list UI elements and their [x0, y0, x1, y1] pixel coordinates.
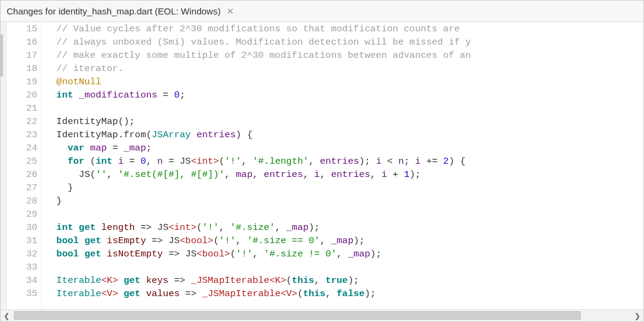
code-line[interactable]: // iterator.: [45, 62, 643, 75]
code-line[interactable]: int get length => JS<int>('!', '#.size',…: [45, 221, 643, 234]
code-line[interactable]: JS('', '#.set(#[#], #[#])', map, entries…: [45, 168, 643, 181]
line-number: 29: [7, 208, 37, 221]
code-line[interactable]: Iterable<K> get keys => _JSMapIterable<K…: [45, 274, 643, 287]
line-number: 27: [7, 181, 37, 194]
code-line[interactable]: Iterable<V> get values => _JSMapIterable…: [45, 287, 643, 300]
scrollbar-track[interactable]: [14, 310, 630, 322]
code-line[interactable]: bool get isEmpty => JS<bool>('!', '#.siz…: [45, 234, 643, 247]
code-line[interactable]: [45, 261, 643, 274]
diff-window: Changes for identity_hash_map.dart (EOL:…: [0, 0, 644, 322]
line-number: 28: [7, 194, 37, 208]
tab-title: Changes for identity_hash_map.dart (EOL:…: [7, 6, 220, 16]
code-line[interactable]: IdentityMap.from(JSArray entries) {: [45, 128, 643, 141]
line-number: 32: [7, 247, 37, 261]
editor-area: 1516171819202122232425262728293031323334…: [1, 22, 643, 309]
line-number: 17: [7, 49, 37, 62]
line-number: 34: [7, 274, 37, 287]
line-number: 26: [7, 168, 37, 181]
scroll-left-icon[interactable]: ❮: [1, 310, 13, 322]
code-line[interactable]: // make exactly some multiple of 2^30 mo…: [45, 49, 643, 62]
code-line[interactable]: [45, 208, 643, 221]
line-number: 25: [7, 155, 37, 168]
line-number: 18: [7, 62, 37, 75]
diff-change-marker[interactable]: [1, 34, 3, 76]
line-number: 23: [7, 128, 37, 141]
line-number: 20: [7, 88, 37, 102]
code-content[interactable]: // Value cycles after 2^30 modifications…: [42, 22, 643, 309]
close-icon[interactable]: ✕: [227, 6, 234, 17]
line-number: 24: [7, 141, 37, 155]
line-number: 30: [7, 221, 37, 234]
code-line[interactable]: // always unboxed (Smi) values. Modifica…: [45, 36, 643, 49]
line-number: 19: [7, 75, 37, 88]
code-line[interactable]: IdentityMap();: [45, 115, 643, 128]
scrollbar-thumb[interactable]: [14, 311, 581, 320]
line-number-gutter: 1516171819202122232425262728293031323334…: [7, 22, 42, 309]
code-line[interactable]: @notNull: [45, 75, 643, 88]
tab-bar: Changes for identity_hash_map.dart (EOL:…: [1, 1, 643, 22]
code-line[interactable]: var map = _map;: [45, 141, 643, 155]
code-line[interactable]: // Value cycles after 2^30 modifications…: [45, 22, 643, 36]
line-number: 21: [7, 102, 37, 115]
diff-overview-gutter[interactable]: [1, 22, 7, 309]
code-line[interactable]: }: [45, 181, 643, 194]
line-number: 33: [7, 261, 37, 274]
code-line[interactable]: [45, 102, 643, 115]
code-line[interactable]: }: [45, 194, 643, 208]
code-editor[interactable]: 1516171819202122232425262728293031323334…: [7, 22, 643, 309]
code-line[interactable]: int _modifications = 0;: [45, 88, 643, 102]
line-number: 16: [7, 36, 37, 49]
line-number: 35: [7, 287, 37, 300]
line-number: 22: [7, 115, 37, 128]
tab-changes[interactable]: Changes for identity_hash_map.dart (EOL:…: [3, 1, 238, 22]
line-number: 31: [7, 234, 37, 247]
scroll-right-icon[interactable]: ❯: [631, 310, 643, 322]
code-line[interactable]: bool get isNotEmpty => JS<bool>('!', '#.…: [45, 247, 643, 261]
code-line[interactable]: for (int i = 0, n = JS<int>('!', '#.leng…: [45, 155, 643, 168]
line-number: 15: [7, 22, 37, 36]
horizontal-scrollbar[interactable]: ❮ ❯: [1, 309, 643, 321]
